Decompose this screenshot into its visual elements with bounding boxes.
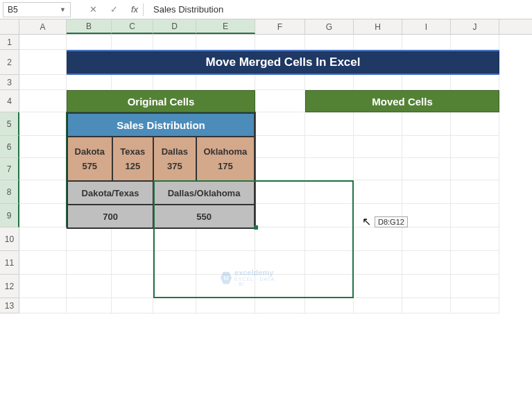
cell-H5[interactable] <box>354 112 402 136</box>
cell-J1[interactable] <box>451 35 499 50</box>
cell-J9[interactable] <box>451 204 499 227</box>
cell-F7[interactable] <box>255 158 305 180</box>
column-header-H[interactable]: H <box>354 19 402 34</box>
cell-B13[interactable] <box>67 298 112 313</box>
row-header-1[interactable]: 1 <box>0 35 19 50</box>
cell-I10[interactable] <box>402 227 451 251</box>
cell-I1[interactable] <box>402 35 451 50</box>
column-header-A[interactable]: A <box>19 19 67 34</box>
cell-H3[interactable] <box>354 75 402 90</box>
column-header-F[interactable]: F <box>255 19 305 34</box>
cell-H1[interactable] <box>354 35 402 50</box>
cell-D13[interactable] <box>153 298 196 313</box>
cell-A13[interactable] <box>19 298 67 313</box>
cell-I13[interactable] <box>402 298 451 313</box>
cell-F5[interactable] <box>255 112 305 136</box>
cell-J8[interactable] <box>451 180 499 204</box>
cell-A9[interactable] <box>19 204 67 227</box>
cell-I9[interactable] <box>402 204 451 227</box>
cell-A7[interactable] <box>19 158 67 180</box>
cell-I5[interactable] <box>402 112 451 136</box>
state-cell-dallas[interactable]: Dallas375 <box>153 137 196 181</box>
cell-I7[interactable] <box>402 158 451 180</box>
cell-H11[interactable] <box>354 251 402 275</box>
cell-I11[interactable] <box>402 251 451 275</box>
cell-H8[interactable] <box>354 180 402 204</box>
row-header-11[interactable]: 11 <box>0 251 19 275</box>
select-all-corner[interactable] <box>0 19 19 34</box>
cell-I12[interactable] <box>402 275 451 298</box>
cell-A10[interactable] <box>19 227 67 251</box>
cell-A1[interactable] <box>19 35 67 50</box>
row-header-6[interactable]: 6 <box>0 136 19 158</box>
cell-F13[interactable] <box>255 298 305 313</box>
cell-H7[interactable] <box>354 158 402 180</box>
cell-J7[interactable] <box>451 158 499 180</box>
enter-button[interactable]: ✓ <box>108 4 119 15</box>
cell-A2[interactable] <box>19 50 67 75</box>
row-header-9[interactable]: 9 <box>0 204 19 227</box>
row-header-4[interactable]: 4 <box>0 90 19 112</box>
formula-input[interactable]: Sales Distribution <box>153 4 223 15</box>
cell-C3[interactable] <box>112 75 153 90</box>
cell-B11[interactable] <box>67 251 112 275</box>
cell-F1[interactable] <box>255 35 305 50</box>
cell-I3[interactable] <box>402 75 451 90</box>
cell-J5[interactable] <box>451 112 499 136</box>
cell-F6[interactable] <box>255 136 305 158</box>
cell-C1[interactable] <box>112 35 153 50</box>
name-box-dropdown-icon[interactable]: ▼ <box>60 6 66 13</box>
cell-J12[interactable] <box>451 275 499 298</box>
cell-G3[interactable] <box>305 75 354 90</box>
cell-C13[interactable] <box>112 298 153 313</box>
column-header-I[interactable]: I <box>402 19 451 34</box>
row-header-3[interactable]: 3 <box>0 75 19 90</box>
cell-B12[interactable] <box>67 275 112 298</box>
column-header-D[interactable]: D <box>153 19 196 34</box>
cell-F4[interactable] <box>255 90 305 112</box>
column-header-C[interactable]: C <box>112 19 153 34</box>
cell-G1[interactable] <box>305 35 354 50</box>
sum-label-cell[interactable]: Dakota/Texas <box>67 181 153 205</box>
cancel-button[interactable]: ✕ <box>87 4 98 15</box>
cell-E13[interactable] <box>196 298 255 313</box>
selection-fill-handle[interactable] <box>254 225 258 230</box>
cell-A3[interactable] <box>19 75 67 90</box>
row-header-8[interactable]: 8 <box>0 180 19 204</box>
column-header-E[interactable]: E <box>196 19 255 34</box>
cell-D1[interactable] <box>153 35 196 50</box>
cell-A5[interactable] <box>19 112 67 136</box>
cell-A8[interactable] <box>19 180 67 204</box>
state-cell-texas[interactable]: Texas125 <box>112 137 154 181</box>
cell-H6[interactable] <box>354 136 402 158</box>
cell-B10[interactable] <box>67 227 112 251</box>
cell-E3[interactable] <box>196 75 255 90</box>
cell-G13[interactable] <box>305 298 354 313</box>
cell-E1[interactable] <box>196 35 255 50</box>
cell-G5[interactable] <box>305 112 354 136</box>
row-header-13[interactable]: 13 <box>0 298 19 313</box>
state-cell-dakota[interactable]: Dakota575 <box>67 137 112 181</box>
cell-B3[interactable] <box>67 75 112 90</box>
cell-H10[interactable] <box>354 227 402 251</box>
row-header-5[interactable]: 5 <box>0 112 19 136</box>
cell-F3[interactable] <box>255 75 305 90</box>
name-box[interactable]: B5 ▼ <box>3 2 71 17</box>
cell-C11[interactable] <box>112 251 153 275</box>
row-header-10[interactable]: 10 <box>0 227 19 251</box>
cell-A11[interactable] <box>19 251 67 275</box>
row-header-2[interactable]: 2 <box>0 50 19 75</box>
cell-G7[interactable] <box>305 158 354 180</box>
row-header-12[interactable]: 12 <box>0 275 19 298</box>
cell-I8[interactable] <box>402 180 451 204</box>
cell-J10[interactable] <box>451 227 499 251</box>
state-cell-oklahoma[interactable]: Oklahoma175 <box>196 137 255 181</box>
cell-J13[interactable] <box>451 298 499 313</box>
cell-B1[interactable] <box>67 35 112 50</box>
sales-distribution-header[interactable]: Sales Distribution <box>67 113 255 137</box>
sum-value-cell[interactable]: 700 <box>67 205 153 228</box>
cell-A12[interactable] <box>19 275 67 298</box>
cell-G6[interactable] <box>305 136 354 158</box>
row-header-7[interactable]: 7 <box>0 158 19 180</box>
cell-D3[interactable] <box>153 75 196 90</box>
